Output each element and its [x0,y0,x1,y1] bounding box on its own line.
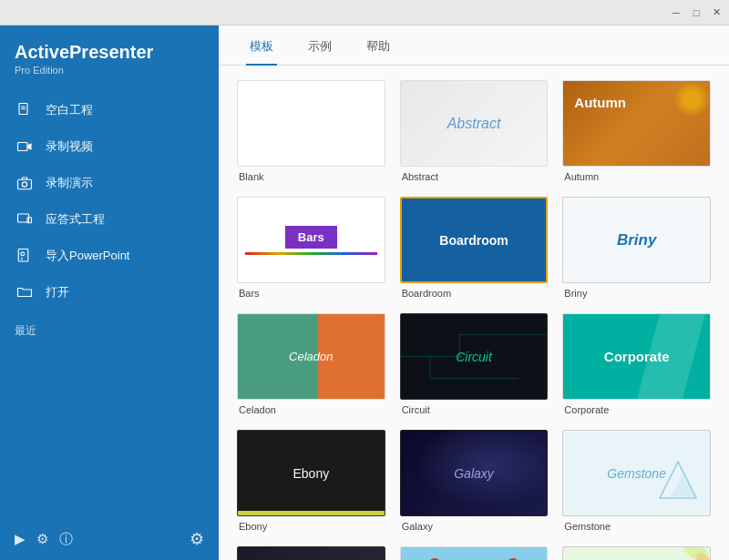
ebony-accent [238,511,385,515]
templates-area: Blank Abstract Abstract Autumn Autumn [219,66,729,560]
svg-rect-5 [18,179,32,189]
template-grassland[interactable]: Grassland Grassland [400,546,549,560]
template-thumb-grassland: Grassland [400,546,549,560]
template-bars[interactable]: Bars Bars [237,197,385,299]
autumn-label: Autumn [574,95,626,110]
template-celadon[interactable]: Celadon Celadon [237,313,385,415]
close-button[interactable]: ✕ [709,5,724,20]
template-gloaming[interactable]: Gloaming Gloaming [237,546,385,560]
template-thumb-blank [237,80,385,167]
gear-icon[interactable]: ⚙ [190,529,204,549]
template-name-bars: Bars [237,288,385,299]
template-thumb-boardroom: Boardroom [400,197,549,283]
template-thumb-abstract: Abstract [400,80,549,167]
content-area: 模板 示例 帮助 Blank Abstract Abstract [219,25,729,560]
template-thumb-briny: Briny [562,197,711,283]
template-ebony[interactable]: Ebony Ebony [237,430,385,532]
info-icon[interactable]: ⓘ [59,531,73,548]
template-autumn[interactable]: Autumn Autumn [562,80,711,182]
template-thumb-corporate: Corporate [562,313,711,400]
template-name-autumn: Autumn [562,171,711,182]
sidebar-item-blank-project[interactable]: 空白工程 [0,92,219,128]
sidebar-item-open[interactable]: 打开 [0,274,219,311]
template-name-boardroom: Boardroom [400,288,549,299]
corporate-label: Corporate [604,349,670,364]
recent-label: 最近 [0,311,219,342]
template-name-celadon: Celadon [237,404,385,415]
template-gemstone[interactable]: Gemstone Gemstone [562,430,711,532]
bars-decoration [245,252,377,255]
template-name-abstract: Abstract [400,171,549,182]
video-icon [15,137,35,157]
template-name-circuit: Circuit [400,404,549,415]
svg-marker-4 [27,143,32,150]
main-layout: ActivePresenter Pro Edition 空白工程 录制视频 [0,25,729,560]
sidebar-item-record-demo[interactable]: 录制演示 [0,165,219,201]
sidebar-item-record-video[interactable]: 录制视频 [0,128,219,165]
template-corporate[interactable]: Corporate Corporate [562,313,711,415]
tab-help[interactable]: 帮助 [363,29,394,66]
folder-icon [15,282,35,302]
minimize-button[interactable]: ─ [669,5,683,20]
ebony-label: Ebony [293,466,329,481]
sidebar-menu: 空白工程 录制视频 录制演示 应答式工程 [0,85,219,518]
app-title: ActivePresenter [15,42,204,63]
boardroom-label: Boardroom [439,233,508,248]
youtube-icon[interactable]: ▶ [15,531,26,547]
leaves-decoration [655,547,710,560]
autumn-decoration [673,81,710,117]
abstract-label: Abstract [447,116,501,132]
camera-icon [15,173,35,193]
template-thumb-gloaming: Gloaming [237,546,385,560]
titlebar: ─ □ ✕ [0,0,729,25]
template-thumb-galaxy: Galaxy [400,430,549,516]
maximize-button[interactable]: □ [689,5,703,20]
template-abstract[interactable]: Abstract Abstract [400,80,549,182]
template-name-gemstone: Gemstone [562,521,711,532]
sidebar-item-responsive-project[interactable]: 应答式工程 [0,201,219,238]
galaxy-label: Galaxy [454,466,494,481]
template-thumb-circuit: Circuit [400,313,549,400]
sidebar-footer: ▶ ⚙ ⓘ ⚙ [0,518,219,560]
tab-templates[interactable]: 模板 [246,29,277,66]
template-name-corporate: Corporate [562,404,711,415]
template-blank[interactable]: Blank [237,80,385,182]
template-circuit[interactable]: Circuit Circuit [400,313,549,415]
template-name-ebony: Ebony [237,521,385,532]
svg-point-6 [22,182,26,187]
template-boardroom[interactable]: Boardroom Boardroom [400,197,549,299]
tabs-bar: 模板 示例 帮助 [219,25,729,66]
template-thumb-ebony: Ebony [237,430,385,516]
template-name-galaxy: Galaxy [400,521,549,532]
template-leaves[interactable]: Leaves Leaves [562,546,711,560]
svg-rect-3 [18,143,28,151]
ppt-icon [15,246,35,266]
sidebar-item-import-ppt[interactable]: 导入PowerPoint [0,238,219,274]
app-subtitle: Pro Edition [15,65,204,76]
responsive-icon [15,209,35,229]
template-thumb-gemstone: Gemstone [562,430,711,516]
circuit-label: Circuit [456,350,492,364]
sidebar: ActivePresenter Pro Edition 空白工程 录制视频 [0,25,219,560]
briny-label: Briny [617,231,656,249]
svg-point-10 [21,252,25,256]
gemstone-triangles [655,457,701,506]
template-thumb-autumn: Autumn [562,80,711,167]
tab-examples[interactable]: 示例 [304,29,335,66]
bars-label: Bars [285,226,337,249]
template-thumb-leaves: Leaves [562,546,711,560]
celadon-label: Celadon [289,350,333,363]
file-icon [15,100,35,120]
template-thumb-celadon: Celadon [237,313,385,400]
svg-marker-19 [669,475,696,498]
template-galaxy[interactable]: Galaxy Galaxy [400,430,549,532]
puzzle-icon[interactable]: ⚙ [36,531,48,547]
template-name-blank: Blank [237,171,385,182]
template-thumb-bars: Bars [237,197,385,283]
sidebar-header: ActivePresenter Pro Edition [0,25,219,85]
template-name-briny: Briny [562,288,711,299]
templates-grid: Blank Abstract Abstract Autumn Autumn [237,80,711,560]
template-briny[interactable]: Briny Briny [562,197,711,299]
